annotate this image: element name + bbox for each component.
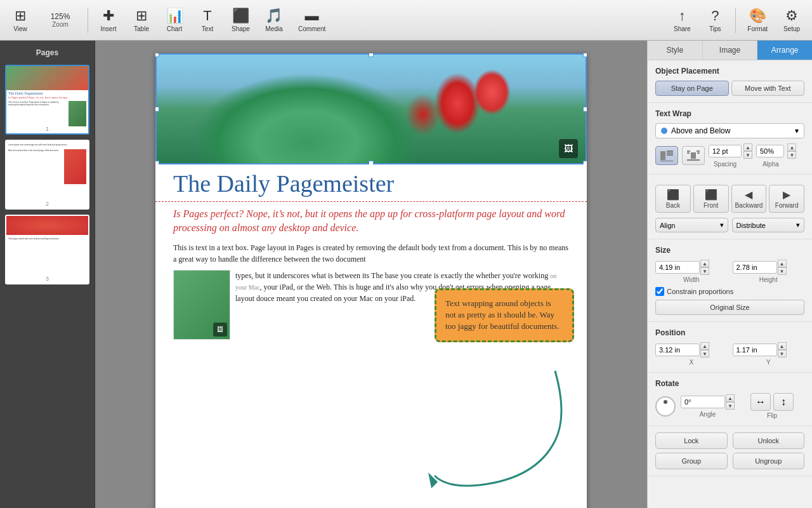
page-thumbnail-1[interactable]: The Daily Pagemeister Is Pages perfect? …: [5, 65, 89, 135]
align-chevron-icon: ▾: [720, 221, 724, 229]
resize-handle-bl[interactable]: [155, 161, 159, 164]
resize-handle-ml[interactable]: [155, 107, 159, 112]
share-button[interactable]: ↑ Share: [667, 4, 697, 37]
main-area: Pages The Daily Pagemeister Is Pages per…: [0, 41, 812, 508]
constrain-label: Constrain proportions: [667, 288, 733, 295]
alpha-down-button[interactable]: ▼: [787, 151, 796, 159]
height-field: ▲ ▼ Height: [733, 260, 805, 283]
x-stepper[interactable]: ▲ ▼: [700, 342, 709, 358]
resize-handle-tm[interactable]: [369, 53, 374, 57]
text-button[interactable]: T Text: [192, 4, 223, 37]
text-wrap-title: Text Wrap: [655, 109, 804, 118]
height-up-button[interactable]: ▲: [778, 260, 787, 267]
move-with-text-button[interactable]: Move with Text: [731, 81, 805, 96]
wrap-text-fit-button[interactable]: [655, 146, 678, 165]
distribute-dropdown[interactable]: Distribute ▾: [732, 218, 805, 232]
rotate-section: Rotate ▲ ▼ Angle: [648, 373, 812, 426]
spacing-down-button[interactable]: ▼: [743, 151, 752, 159]
view-button[interactable]: ⊞ View: [5, 4, 36, 37]
chart-button[interactable]: 📊 Chart: [159, 4, 190, 37]
back-button[interactable]: ⬛ Back: [655, 185, 691, 213]
y-input[interactable]: [733, 344, 777, 356]
table-button[interactable]: ⊞ Table: [126, 4, 157, 37]
back-label: Back: [666, 202, 680, 209]
spacing-up-button[interactable]: ▲: [743, 144, 752, 151]
front-button[interactable]: ⬛ Front: [693, 185, 729, 213]
inline-image[interactable]: 🖼: [173, 270, 230, 340]
tips-button[interactable]: ? Tips: [700, 4, 730, 37]
ungroup-button[interactable]: Ungroup: [733, 453, 805, 469]
width-input-row: ▲ ▼: [655, 260, 728, 275]
spacing-stepper[interactable]: ▲ ▼: [743, 144, 752, 159]
forward-button[interactable]: ▶ Forward: [769, 185, 804, 213]
page-thumbnail-3[interactable]: Third page content with more body text a…: [5, 215, 89, 284]
height-stepper[interactable]: ▲ ▼: [778, 260, 787, 275]
zoom-control[interactable]: 125% Zoom: [38, 10, 82, 30]
distribute-label: Distribute: [737, 222, 766, 229]
alpha-up-button[interactable]: ▲: [787, 144, 796, 151]
wrap-around-button[interactable]: [682, 146, 705, 165]
text-wrap-dropdown[interactable]: Above and Below ▾: [655, 123, 804, 138]
tab-style[interactable]: Style: [648, 41, 703, 60]
resize-handle-tl[interactable]: [155, 53, 159, 57]
width-up-button[interactable]: ▲: [700, 260, 709, 267]
page-num-2: 2: [46, 201, 49, 207]
placement-buttons: Stay on Page Move with Text: [655, 81, 804, 96]
y-down-button[interactable]: ▼: [778, 350, 787, 358]
backward-label: Backward: [735, 202, 763, 209]
width-stepper[interactable]: ▲ ▼: [700, 260, 709, 275]
x-input[interactable]: [655, 344, 700, 356]
backward-button[interactable]: ◀ Backward: [731, 185, 767, 213]
rotate-dial[interactable]: [655, 396, 676, 417]
lock-button[interactable]: Lock: [655, 432, 728, 449]
angle-stepper[interactable]: ▲ ▼: [726, 394, 735, 410]
spacing-input[interactable]: [709, 145, 742, 157]
y-label: Y: [733, 359, 805, 366]
resize-handle-bm[interactable]: [369, 161, 374, 164]
comment-button[interactable]: ▬ Comment: [292, 4, 332, 37]
tips-icon: ?: [711, 8, 719, 24]
y-stepper[interactable]: ▲ ▼: [778, 342, 787, 358]
header-image[interactable]: 🖼: [155, 53, 587, 164]
alpha-stepper[interactable]: ▲ ▼: [787, 144, 796, 159]
insert-button[interactable]: ✚ Insert: [93, 4, 124, 37]
group-ungroup-row: Group Ungroup: [655, 453, 804, 469]
share-icon: ↑: [679, 8, 686, 24]
x-down-button[interactable]: ▼: [700, 350, 709, 358]
format-button[interactable]: 🎨 Format: [741, 4, 774, 37]
angle-up-button[interactable]: ▲: [726, 394, 735, 402]
width-input[interactable]: [655, 261, 700, 274]
group-button[interactable]: Group: [655, 453, 728, 469]
y-up-button[interactable]: ▲: [778, 342, 787, 350]
angle-input[interactable]: [681, 396, 725, 408]
media-button[interactable]: 🎵 Media: [259, 4, 289, 37]
arrangement-section: ⬛ Back ⬛ Front ◀ Backward ▶ Forward: [648, 175, 812, 239]
original-size-button[interactable]: Original Size: [655, 300, 804, 315]
resize-handle-mr[interactable]: [583, 107, 587, 112]
canvas-area[interactable]: 🖼 The Daily Pagemeister Is Pages perfect…: [95, 41, 647, 508]
flip-vertical-button[interactable]: ↕: [773, 393, 794, 411]
media-icon: 🎵: [265, 8, 282, 24]
resize-handle-br[interactable]: [583, 161, 587, 164]
document-page: 🖼 The Daily Pagemeister Is Pages perfect…: [155, 53, 587, 508]
height-down-button[interactable]: ▼: [778, 267, 787, 275]
page-thumbnail-2[interactable]: Lorem ipsum text content page two with s…: [5, 140, 89, 210]
alpha-input[interactable]: [756, 145, 784, 157]
unlock-button[interactable]: Unlock: [733, 432, 805, 449]
angle-down-button[interactable]: ▼: [726, 402, 735, 410]
x-up-button[interactable]: ▲: [700, 342, 709, 350]
tab-image[interactable]: Image: [703, 41, 758, 60]
tab-arrange[interactable]: Arrange: [757, 41, 812, 60]
size-section: Size ▲ ▼ Width ▲: [648, 239, 812, 322]
constrain-checkbox[interactable]: [655, 287, 664, 296]
resize-handle-tr[interactable]: [583, 53, 587, 57]
flip-horizontal-button[interactable]: ↔: [750, 393, 771, 411]
height-input[interactable]: [733, 261, 777, 274]
stay-on-page-button[interactable]: Stay on Page: [655, 81, 729, 96]
callout-box[interactable]: Text wrapping around objects is not as p…: [435, 288, 574, 342]
align-distribute-row: Align ▾ Distribute ▾: [655, 218, 804, 232]
align-dropdown[interactable]: Align ▾: [655, 218, 728, 232]
setup-button[interactable]: ⚙ Setup: [776, 4, 807, 37]
width-down-button[interactable]: ▼: [700, 267, 709, 275]
shape-button[interactable]: ⬛ Shape: [225, 4, 256, 37]
